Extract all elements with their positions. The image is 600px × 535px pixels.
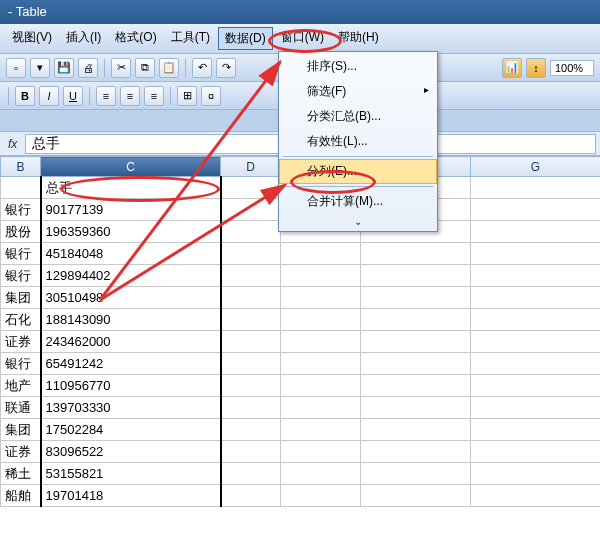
cell[interactable]: 110956770 [41, 375, 221, 397]
cell[interactable]: 证券 [1, 441, 41, 463]
cell[interactable] [221, 419, 281, 441]
cell[interactable] [471, 397, 601, 419]
bold-icon[interactable]: B [15, 86, 35, 106]
chart-icon[interactable]: 📊 [502, 58, 522, 78]
cell[interactable] [221, 199, 281, 221]
cell[interactable]: 188143090 [41, 309, 221, 331]
table-row[interactable]: 银行65491242 [1, 353, 601, 375]
cell[interactable] [1, 177, 41, 199]
cell[interactable] [281, 353, 361, 375]
menu-item-text-to-columns[interactable]: 分列(E)... [279, 159, 437, 184]
cell[interactable] [221, 265, 281, 287]
cell[interactable] [221, 287, 281, 309]
menu-window[interactable]: 窗口(W) [275, 27, 330, 50]
cell[interactable] [281, 287, 361, 309]
cell[interactable] [361, 353, 471, 375]
cell[interactable] [471, 199, 601, 221]
cell[interactable] [471, 353, 601, 375]
cell[interactable] [221, 177, 281, 199]
menu-help[interactable]: 帮助(H) [332, 27, 385, 50]
cell[interactable] [221, 309, 281, 331]
cell[interactable] [361, 485, 471, 507]
align-center-icon[interactable]: ≡ [120, 86, 140, 106]
cell[interactable]: 联通 [1, 397, 41, 419]
cell[interactable]: 196359360 [41, 221, 221, 243]
cell[interactable] [361, 243, 471, 265]
table-row[interactable]: 银行129894402 [1, 265, 601, 287]
col-header-g[interactable]: G [471, 157, 601, 177]
cell[interactable]: 船舶 [1, 485, 41, 507]
zoom-input[interactable]: 100% [550, 60, 594, 76]
cell[interactable] [361, 287, 471, 309]
cell[interactable] [471, 419, 601, 441]
cell[interactable] [361, 397, 471, 419]
cell[interactable]: 总手 [41, 177, 221, 199]
cell[interactable] [361, 309, 471, 331]
cell[interactable] [361, 331, 471, 353]
cell[interactable] [361, 441, 471, 463]
cell[interactable]: 83096522 [41, 441, 221, 463]
table-row[interactable]: 集团17502284 [1, 419, 601, 441]
menu-item-filter[interactable]: 筛选(F)▸ [279, 79, 437, 104]
table-row[interactable]: 证券243462000 [1, 331, 601, 353]
cell[interactable] [221, 463, 281, 485]
menu-data[interactable]: 数据(D) [218, 27, 273, 50]
cell[interactable] [471, 375, 601, 397]
cell[interactable] [281, 375, 361, 397]
cell[interactable]: 45184048 [41, 243, 221, 265]
col-header-c[interactable]: C [41, 157, 221, 177]
print-icon[interactable]: 🖨 [78, 58, 98, 78]
cell[interactable] [281, 397, 361, 419]
cell[interactable] [471, 221, 601, 243]
cell[interactable] [361, 463, 471, 485]
col-header-b[interactable]: B [1, 157, 41, 177]
cell[interactable]: 65491242 [41, 353, 221, 375]
table-row[interactable]: 稀土53155821 [1, 463, 601, 485]
cell[interactable] [221, 485, 281, 507]
save-icon[interactable]: 💾 [54, 58, 74, 78]
table-row[interactable]: 石化188143090 [1, 309, 601, 331]
cell[interactable]: 243462000 [41, 331, 221, 353]
cell[interactable] [221, 397, 281, 419]
redo-icon[interactable]: ↷ [216, 58, 236, 78]
cell[interactable]: 30510498 [41, 287, 221, 309]
cell[interactable]: 证券 [1, 331, 41, 353]
menu-format[interactable]: 格式(O) [109, 27, 162, 50]
table-row[interactable]: 地产110956770 [1, 375, 601, 397]
menu-item-consolidate[interactable]: 合并计算(M)... [279, 189, 437, 214]
cell[interactable] [471, 177, 601, 199]
currency-icon[interactable]: ¤ [201, 86, 221, 106]
cell[interactable] [471, 287, 601, 309]
align-left-icon[interactable]: ≡ [96, 86, 116, 106]
cell[interactable]: 90177139 [41, 199, 221, 221]
table-row[interactable]: 证券83096522 [1, 441, 601, 463]
cell[interactable] [221, 441, 281, 463]
table-row[interactable]: 联通139703330 [1, 397, 601, 419]
cell[interactable]: 53155821 [41, 463, 221, 485]
cell[interactable]: 集团 [1, 287, 41, 309]
table-row[interactable]: 银行45184048 [1, 243, 601, 265]
cell[interactable]: 石化 [1, 309, 41, 331]
cell[interactable]: 17502284 [41, 419, 221, 441]
table-row[interactable]: 船舶19701418 [1, 485, 601, 507]
menu-tools[interactable]: 工具(T) [165, 27, 216, 50]
cell[interactable] [281, 441, 361, 463]
cell[interactable]: 集团 [1, 419, 41, 441]
sort-icon[interactable]: ↕ [526, 58, 546, 78]
underline-icon[interactable]: U [63, 86, 83, 106]
cell[interactable]: 129894402 [41, 265, 221, 287]
cell[interactable] [281, 463, 361, 485]
table-row[interactable]: 集团30510498 [1, 287, 601, 309]
copy-icon[interactable]: ⧉ [135, 58, 155, 78]
cell[interactable]: 银行 [1, 199, 41, 221]
menu-expand-icon[interactable]: ⌄ [279, 214, 437, 229]
cell[interactable]: 银行 [1, 353, 41, 375]
cell[interactable]: 139703330 [41, 397, 221, 419]
cell[interactable] [221, 375, 281, 397]
cell[interactable] [471, 265, 601, 287]
menu-item-subtotal[interactable]: 分类汇总(B)... [279, 104, 437, 129]
open-icon[interactable]: ▾ [30, 58, 50, 78]
italic-icon[interactable]: I [39, 86, 59, 106]
cell[interactable] [221, 243, 281, 265]
cell[interactable] [361, 419, 471, 441]
